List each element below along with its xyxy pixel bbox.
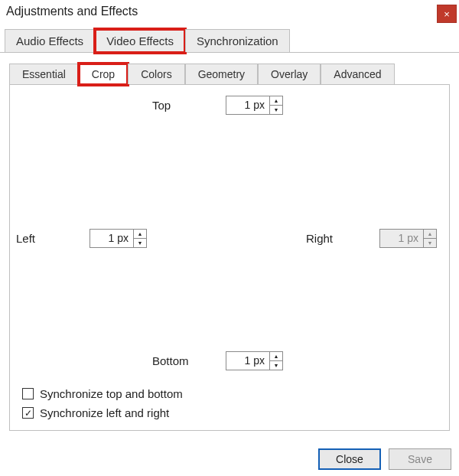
button-label: Save [408, 453, 432, 465]
crop-left-spinner[interactable]: 1 px ▲ ▼ [90, 229, 147, 248]
crop-left-label: Left [16, 232, 90, 245]
tab-synchronization[interactable]: Synchronization [185, 29, 290, 52]
tab-essential[interactable]: Essential [9, 64, 79, 84]
close-window-button[interactable]: × [437, 5, 457, 23]
spinner-up-icon[interactable]: ▲ [270, 96, 282, 105]
close-icon: × [444, 8, 450, 20]
crop-top-value[interactable]: 1 px [226, 96, 269, 114]
tab-colors[interactable]: Colors [128, 64, 184, 84]
spinner-up-icon: ▲ [424, 230, 436, 238]
tab-label: Geometry [198, 68, 245, 80]
crop-bottom-value[interactable]: 1 px [226, 352, 269, 370]
crop-left-value[interactable]: 1 px [90, 230, 133, 247]
crop-right-spinner: 1 px ▲ ▼ [379, 229, 437, 248]
tab-video-effects[interactable]: Video Effects [95, 29, 185, 52]
crop-bottom-row: Bottom 1 px ▲ ▼ [152, 351, 283, 370]
window-title: Adjustments and Effects [6, 5, 138, 18]
crop-bottom-label: Bottom [152, 354, 226, 367]
tab-advanced[interactable]: Advanced [321, 64, 394, 84]
spinner-down-icon[interactable]: ▼ [134, 238, 146, 247]
crop-top-spinner[interactable]: 1 px ▲ ▼ [226, 96, 283, 115]
tab-label: Synchronization [197, 34, 278, 47]
checkbox-icon [22, 388, 34, 399]
tab-label: Crop [92, 68, 115, 80]
crop-bottom-spinner[interactable]: 1 px ▲ ▼ [226, 351, 283, 370]
tab-label: Advanced [334, 68, 381, 80]
button-label: Close [336, 453, 363, 465]
close-button[interactable]: Close [318, 448, 381, 470]
crop-left-row: Left 1 px ▲ ▼ [16, 229, 147, 248]
footer-buttons: Close Save [318, 448, 451, 470]
tab-label: Audio Effects [16, 34, 83, 47]
checkbox-label: Synchronize top and bottom [40, 387, 183, 400]
checkbox-sync-top-bottom[interactable]: Synchronize top and bottom [22, 387, 183, 400]
spinner-up-icon[interactable]: ▲ [134, 230, 146, 238]
spinner-down-icon: ▼ [424, 238, 436, 247]
tabs-secondary: Essential Crop Colors Geometry Overlay A… [9, 64, 450, 85]
checkbox-sync-left-right[interactable]: ✓ Synchronize left and right [22, 406, 183, 419]
crop-top-label: Top [152, 99, 226, 112]
crop-right-label: Right [306, 232, 379, 245]
tab-label: Colors [141, 68, 171, 80]
tab-crop[interactable]: Crop [79, 64, 128, 84]
checkbox-label: Synchronize left and right [40, 406, 169, 419]
tab-geometry[interactable]: Geometry [185, 64, 258, 84]
tab-label: Essential [22, 68, 66, 80]
crop-right-value: 1 px [380, 230, 423, 247]
checkboxes-group: Synchronize top and bottom ✓ Synchronize… [22, 387, 183, 419]
tabs-primary: Audio Effects Video Effects Synchronizat… [0, 29, 459, 53]
spinner-down-icon[interactable]: ▼ [270, 360, 282, 370]
spinner-up-icon[interactable]: ▲ [270, 352, 282, 360]
tab-audio-effects[interactable]: Audio Effects [5, 29, 95, 52]
tab-label: Video Effects [106, 34, 174, 47]
tab-overlay[interactable]: Overlay [258, 64, 321, 84]
spinner-down-icon[interactable]: ▼ [270, 105, 282, 114]
crop-top-row: Top 1 px ▲ ▼ [152, 96, 283, 115]
tab-label: Overlay [271, 68, 308, 80]
save-button: Save [389, 448, 451, 470]
crop-right-row: Right 1 px ▲ ▼ [306, 229, 437, 248]
crop-panel: Top 1 px ▲ ▼ Left 1 px ▲ ▼ Right 1 px ▲ … [9, 85, 450, 431]
checkbox-icon: ✓ [22, 407, 34, 419]
